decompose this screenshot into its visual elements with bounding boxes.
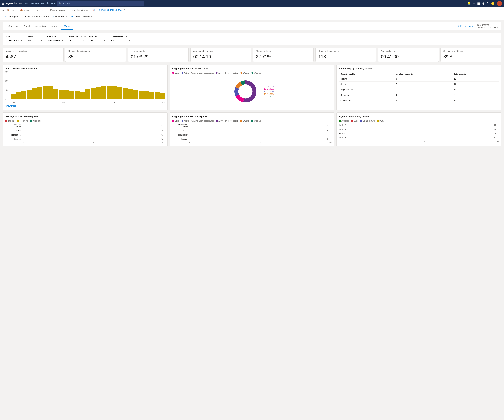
ongoing-queue-legend-0: Open: [172, 120, 180, 122]
bookmarks-button[interactable]: ≡ Bookmarks: [51, 15, 68, 19]
hbar-seg-0-2: [230, 124, 251, 127]
inbox-icon: 📥: [20, 9, 23, 11]
voice-bar-22: [128, 89, 133, 99]
avg-handle-legend-0: Talk time: [6, 120, 15, 122]
hbar-track-1: [189, 129, 326, 132]
hbar-row-1: Sales20: [6, 129, 165, 132]
capacity-table-container[interactable]: Capacity profile ↑ Available capacity To…: [339, 72, 498, 103]
voice-bar-16: [96, 87, 101, 99]
emoji-icon[interactable]: 😊: [491, 2, 495, 5]
filter-direction-label: Direction: [89, 35, 107, 37]
pause-updates-button[interactable]: ⏸ Pause updates: [457, 25, 474, 27]
kpi-card-3: Avg. speed to answer00:14:19: [190, 47, 251, 62]
hbar-row-0: Cancellation/ Refund35: [6, 124, 165, 128]
edit-report-button[interactable]: ✏ Edit report: [3, 15, 20, 19]
agent-hbar-val-2: 28: [494, 132, 498, 135]
tab-agents[interactable]: Agents: [49, 23, 61, 30]
breadcrumb-inbox[interactable]: 📥 Inbox: [18, 7, 31, 13]
ongoing-status-title: Ongoing conversations by status: [172, 67, 332, 70]
real-time-label: Real time omnichannel an...: [96, 9, 122, 11]
oq-legend-dot-0: [172, 120, 174, 122]
tab-ongoing-conversation[interactable]: Ongoing conversation: [21, 23, 49, 30]
kpi-title-4: Abandoned rate: [256, 50, 311, 53]
agent-availability-bars: Profile 129Profile 234Profile 328Profile…: [339, 124, 498, 139]
agent-hbar-track-1: [352, 128, 493, 131]
legend-dot-1: [182, 72, 183, 74]
hbar-seg-3-1: [217, 138, 230, 140]
charts-row-1: Voice conversations over time 300 200 10…: [3, 65, 501, 110]
filter-time-label: Time: [6, 35, 24, 37]
filter-queue-select[interactable]: All: [27, 38, 44, 42]
avg-handle-legend-label-1: Hold time: [20, 120, 28, 122]
missing-product-label: Missing Product: [50, 9, 65, 11]
capacity-table: Capacity profile ↑ Available capacity To…: [339, 72, 498, 103]
capacity-row-4: Cancellation810: [339, 98, 498, 103]
ongoing-queue-legend-3: Waiting: [240, 120, 249, 122]
agent-seg-2-2: [386, 132, 398, 135]
show-more-link[interactable]: Show more: [6, 105, 16, 107]
filter-time-select[interactable]: Last 24 hrs: [6, 38, 24, 42]
hbar-seg-3-3: [271, 138, 278, 140]
avatar[interactable]: U: [497, 1, 502, 6]
hbar-val-1: 52: [327, 130, 332, 132]
voice-bar-27: [155, 92, 160, 99]
ongoing-legend-item-2: Active - In conversation: [216, 72, 238, 74]
filter-skills-select[interactable]: All: [109, 38, 132, 42]
capacity-profile-2: Replacement: [339, 87, 395, 92]
kpi-title-1: Conversations in queue: [68, 50, 123, 53]
agent-hbar-row-3: Profile 453: [339, 136, 498, 139]
agent-seg-3-2: [408, 136, 421, 139]
filter-direction-select[interactable]: All: [89, 38, 107, 42]
filters-bar: Time Last 24 hrs Queue All Time zone GMT…: [3, 33, 501, 45]
hbar-label-1: Sales: [172, 130, 188, 132]
help-icon[interactable]: ?: [487, 2, 489, 5]
voice-chart-title: Voice conversations over time: [6, 67, 165, 70]
kpi-card-6: Avg.handle time00:41:00: [378, 47, 438, 62]
voice-bar-13: [80, 92, 85, 99]
update-bookmark-button[interactable]: ↻ Update bookmark: [69, 15, 94, 19]
capacity-row-2: Replacement310: [339, 87, 498, 92]
avg-handle-legend-dot-2: [30, 120, 32, 122]
kpi-value-5: 118: [318, 54, 373, 59]
ongoing-legend-item-0: Open: [172, 72, 180, 74]
filter-status-select[interactable]: All: [68, 38, 86, 42]
hbar-track-1: [23, 129, 159, 132]
lightbulb-icon[interactable]: 💡: [467, 2, 471, 5]
nav-back-button[interactable]: ≡: [1, 8, 5, 12]
close-tab-icon[interactable]: ✕: [124, 9, 125, 11]
avg-handle-legend-2: Wrap time: [30, 120, 42, 122]
oq-legend-label-1: Active - Awaiting agent acceptance: [184, 120, 214, 122]
avg-handle-xaxis: 050100: [23, 142, 165, 144]
sort-icon[interactable]: ↑: [355, 73, 357, 75]
donut-label-4: 9 (7.62%): [264, 96, 275, 98]
ongoing-queue-bars: Cancellation/ Refund27Sales52Replacement…: [172, 124, 332, 140]
menu-icon[interactable]: ☰: [477, 2, 480, 5]
filter-timezone-select[interactable]: GMT-08:00: [47, 38, 65, 42]
settings-icon[interactable]: ⚙: [482, 2, 485, 5]
home-icon: 🏠: [7, 9, 10, 11]
tab-summary[interactable]: Summary: [6, 23, 21, 30]
tab-voice[interactable]: Voice: [61, 23, 73, 30]
kpi-value-3: 00:14:19: [193, 54, 248, 59]
avg-handle-legend-dot-0: [6, 120, 7, 122]
breadcrumb-fix-dryer[interactable]: ✏ Fix dryer: [31, 7, 46, 13]
agent-seg-2-3: [398, 132, 408, 135]
oq-legend-dot-4: [251, 120, 253, 122]
breadcrumb-home[interactable]: 🏠 Home: [5, 7, 18, 13]
checkout-default-button[interactable]: ↩ Checkout default report: [20, 15, 51, 19]
hbar-label-0: Cancellation/ Refund: [6, 124, 21, 128]
breadcrumb-item-defective[interactable]: ✏ Item defective o...: [67, 7, 90, 13]
hbar-seg-3-2: [230, 138, 271, 140]
hbar-label-1: Sales: [6, 130, 21, 132]
hbar-row-3: Shipment25: [6, 138, 165, 140]
breadcrumb-real-time[interactable]: 📊 Real time omnichannel an... ✕: [91, 7, 127, 13]
app-grid-icon[interactable]: ⊞: [2, 2, 4, 5]
search-input[interactable]: [62, 2, 142, 5]
kpi-card-2: Longest wait time01:03:29: [128, 47, 189, 62]
search-box[interactable]: 🔍: [57, 1, 144, 6]
breadcrumb-missing-product[interactable]: ✏ Missing Product: [46, 7, 67, 13]
add-icon[interactable]: +: [473, 2, 475, 5]
agent-seg-3-0: [352, 136, 383, 139]
checkout-icon: ↩: [22, 15, 24, 18]
bookmarks-label: Bookmarks: [55, 15, 67, 18]
